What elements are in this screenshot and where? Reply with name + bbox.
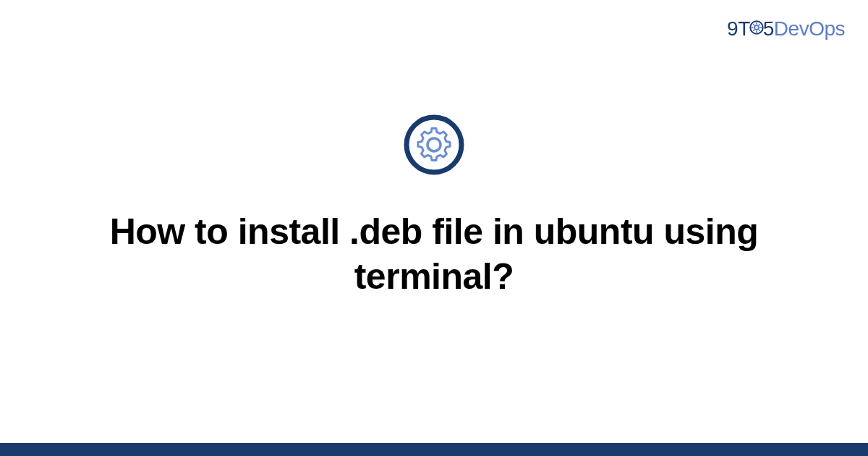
gear-large-icon (403, 114, 465, 179)
main-content: How to install .deb file in ubuntu using… (0, 0, 868, 456)
page-title: How to install .deb file in ubuntu using… (72, 209, 796, 300)
svg-point-10 (407, 117, 461, 172)
footer-bar (0, 443, 868, 456)
